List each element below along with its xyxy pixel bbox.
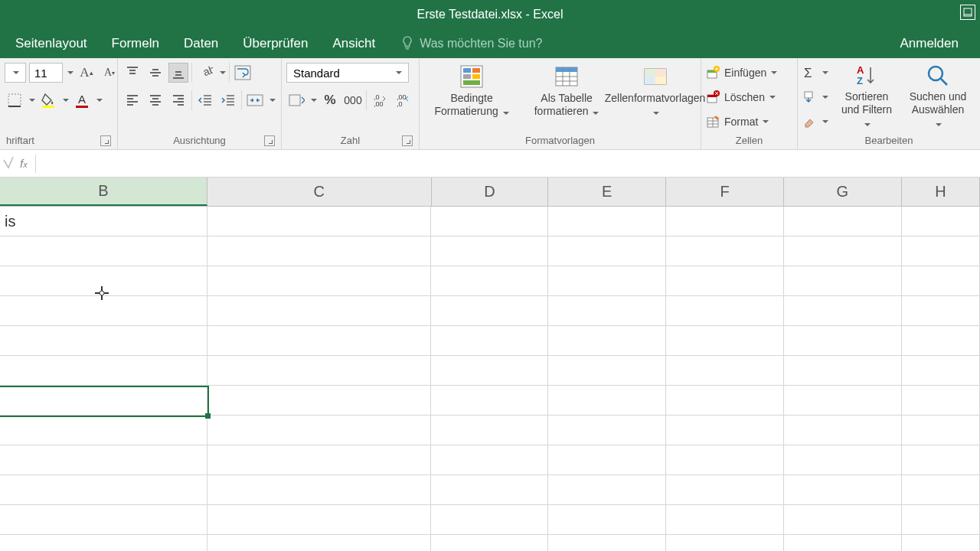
cell[interactable] [784, 326, 902, 356]
cell[interactable] [784, 475, 902, 505]
conditional-formatting-button[interactable]: Bedingte Formatierung [424, 60, 519, 118]
clear-button[interactable] [802, 110, 828, 133]
cell[interactable] [207, 266, 432, 296]
cell[interactable] [902, 505, 980, 535]
fill-color-button[interactable] [38, 90, 58, 110]
cell[interactable] [0, 266, 207, 296]
column-header[interactable]: D [432, 178, 549, 206]
tab-formeln[interactable]: Formeln [100, 29, 172, 58]
increase-indent-icon[interactable] [218, 90, 238, 110]
cell[interactable] [902, 356, 980, 386]
alignment-launcher[interactable] [264, 135, 275, 146]
column-header[interactable]: B [0, 178, 207, 206]
accounting-format-button[interactable] [286, 90, 306, 110]
sign-in-link[interactable]: Anmelden [887, 29, 971, 58]
cell[interactable] [0, 236, 207, 266]
cell[interactable] [902, 207, 980, 236]
cell[interactable] [666, 535, 784, 551]
font-size-dropdown[interactable] [67, 71, 74, 74]
cell[interactable] [666, 266, 784, 296]
cell[interactable] [666, 207, 784, 236]
cell[interactable] [548, 207, 666, 236]
cell[interactable] [902, 296, 980, 326]
find-select-button[interactable]: Suchen und Auswählen [900, 60, 975, 129]
cell[interactable] [207, 416, 432, 445]
cell[interactable]: is [0, 207, 207, 236]
cell[interactable] [784, 445, 902, 475]
wrap-text-button[interactable] [233, 63, 253, 83]
tab-ueberpruefen[interactable]: Überprüfen [230, 29, 320, 58]
cell[interactable] [902, 326, 980, 356]
tab-seitenlayout[interactable]: Seitenlayout [3, 29, 100, 58]
cell[interactable] [0, 356, 207, 386]
cancel-enter-icon[interactable] [2, 152, 14, 175]
cell[interactable] [784, 356, 902, 386]
cell[interactable] [548, 296, 666, 326]
cell[interactable] [0, 386, 207, 416]
cell[interactable] [431, 386, 548, 416]
column-headers[interactable]: BCDEFGH [0, 178, 980, 207]
font-family-dropdown[interactable] [5, 63, 26, 83]
cell[interactable] [784, 207, 902, 236]
cell[interactable] [902, 416, 980, 445]
cell[interactable] [666, 296, 784, 326]
cell[interactable] [784, 236, 902, 266]
autosum-button[interactable]: Σ [802, 61, 828, 84]
font-color-button[interactable]: A [72, 90, 92, 110]
cell[interactable] [207, 207, 432, 236]
decrease-indent-icon[interactable] [195, 90, 215, 110]
cell[interactable] [548, 416, 666, 445]
percent-style-button[interactable]: % [320, 90, 340, 110]
fill-color-dropdown[interactable] [63, 99, 69, 102]
cell[interactable] [666, 475, 784, 505]
cell[interactable] [902, 475, 980, 505]
cell[interactable] [666, 416, 784, 445]
cell[interactable] [548, 326, 666, 356]
number-format-dropdown[interactable]: Standard [286, 63, 409, 83]
cell[interactable] [902, 445, 980, 475]
cell[interactable] [431, 296, 548, 326]
cell[interactable] [666, 326, 784, 356]
cell[interactable] [548, 266, 666, 296]
column-header[interactable]: H [902, 178, 980, 206]
cell[interactable] [666, 386, 784, 416]
align-right-icon[interactable] [168, 90, 188, 110]
cell[interactable] [666, 236, 784, 266]
formula-input[interactable] [36, 150, 980, 177]
align-bottom-icon[interactable] [168, 63, 188, 83]
cell[interactable] [207, 475, 432, 505]
column-header[interactable]: C [207, 178, 432, 206]
cell[interactable] [431, 475, 548, 505]
align-top-icon[interactable] [122, 63, 142, 83]
cell[interactable] [666, 445, 784, 475]
cell[interactable] [431, 266, 548, 296]
cell[interactable] [666, 356, 784, 386]
cell[interactable] [207, 356, 432, 386]
increase-font-icon[interactable]: A▴ [77, 63, 96, 83]
cell[interactable] [548, 535, 666, 551]
cell[interactable] [431, 207, 548, 236]
cell[interactable] [0, 296, 207, 326]
tell-me-search[interactable]: Was möchten Sie tun? [401, 36, 542, 51]
font-color-dropdown[interactable] [96, 99, 103, 102]
cell[interactable] [0, 535, 207, 551]
cell[interactable] [431, 326, 548, 356]
column-header[interactable]: F [666, 178, 784, 206]
column-header[interactable]: G [784, 178, 902, 206]
cell[interactable] [784, 416, 902, 445]
fill-button[interactable] [802, 86, 828, 109]
cell[interactable] [0, 505, 207, 535]
cell[interactable] [548, 475, 666, 505]
font-size-input[interactable]: 11 [29, 63, 63, 83]
insert-cells-button[interactable]: Einfügen [706, 61, 777, 84]
cell[interactable] [431, 236, 548, 266]
tab-ansicht[interactable]: Ansicht [320, 29, 387, 58]
cell[interactable] [207, 386, 432, 416]
merge-dropdown[interactable] [270, 99, 276, 102]
cell[interactable] [666, 505, 784, 535]
cell[interactable] [548, 386, 666, 416]
cell[interactable] [0, 326, 207, 356]
cell[interactable] [902, 236, 980, 266]
cell[interactable] [207, 445, 432, 475]
worksheet[interactable]: BCDEFGH is [0, 178, 980, 551]
